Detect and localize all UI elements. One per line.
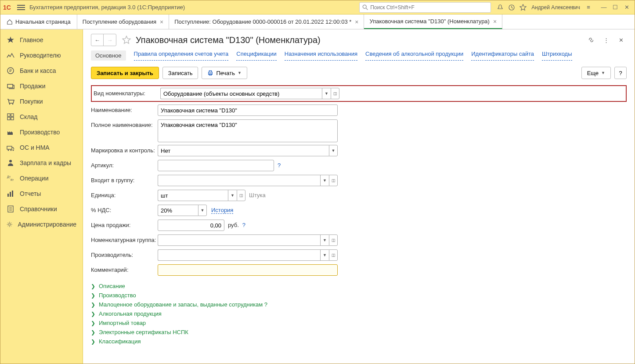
label-unit: Единица: (91, 190, 158, 198)
dropdown-icon[interactable]: ▼ (322, 88, 331, 99)
input-fullname[interactable]: Упаковочная система "D130" (158, 119, 338, 142)
user-name[interactable]: Андрей Алексеевич (531, 4, 580, 11)
maximize-button[interactable]: ☐ (610, 3, 621, 12)
back-button[interactable]: ← (91, 34, 104, 46)
chevron-right-icon: ❯ (91, 292, 95, 299)
link-icon[interactable] (585, 34, 597, 46)
open-icon[interactable]: ◫ (331, 88, 339, 99)
expand-alcohol[interactable]: ❯Алкогольная продукция (91, 310, 627, 317)
titlebar: 1C Бухгалтерия предприятия, редакция 3.0… (0, 0, 635, 14)
input-marking[interactable] (158, 145, 329, 156)
dropdown-icon[interactable]: ▼ (198, 205, 207, 216)
input-article[interactable] (158, 160, 274, 171)
more-button[interactable]: Еще▼ (581, 67, 611, 79)
menu-icon[interactable] (17, 5, 25, 10)
input-price[interactable] (158, 220, 224, 231)
sidebar-item-manager[interactable]: Руководителю (0, 47, 83, 63)
sidebar-item-bank[interactable]: ₽Банк и касса (0, 63, 83, 78)
dropdown-icon[interactable]: ▼ (320, 234, 329, 246)
chevron-right-icon: ❯ (91, 283, 95, 289)
history-icon[interactable] (507, 3, 516, 12)
svg-rect-10 (7, 117, 10, 120)
search-box[interactable] (359, 2, 491, 13)
svg-point-0 (363, 5, 367, 8)
sidebar-item-catalogs[interactable]: Справочники (0, 201, 83, 216)
dropdown-icon[interactable]: ▼ (320, 249, 329, 261)
subnav-main[interactable]: Основное (91, 50, 126, 61)
expand-low-value[interactable]: ❯Малоценное оборудование и запасы, выдан… (91, 301, 627, 308)
expand-description[interactable]: ❯Описание (91, 283, 627, 289)
sidebar-item-purchases[interactable]: Покупки (0, 94, 83, 109)
close-icon[interactable]: × (160, 18, 163, 25)
subnav-usage[interactable]: Назначения использования (285, 50, 357, 61)
svg-line-1 (366, 8, 368, 10)
chevron-right-icon: ❯ (91, 329, 95, 335)
print-button[interactable]: Печать▼ (202, 67, 247, 79)
save-close-button[interactable]: Записать и закрыть (91, 67, 159, 79)
sidebar-item-sales[interactable]: Продажи (0, 78, 83, 94)
sidebar-item-assets[interactable]: ОС и НМА (0, 140, 83, 155)
sidebar-item-warehouse[interactable]: Склад (0, 109, 83, 124)
subnav-specs[interactable]: Спецификации (236, 50, 277, 61)
minimize-button[interactable]: — (599, 3, 609, 12)
home-tab[interactable]: Начальная страница (0, 14, 77, 29)
close-button[interactable]: ✕ (621, 3, 632, 12)
subnav-alcohol[interactable]: Сведения об алкогольной продукции (365, 50, 463, 61)
document-tab[interactable]: Поступление оборудования × (77, 14, 169, 29)
expand-production[interactable]: ❯Производство (91, 292, 627, 299)
form-row-manufacturer: Производитель: ▼ ◫ (91, 249, 627, 262)
help-button[interactable]: ? (614, 67, 627, 79)
svg-point-15 (13, 149, 14, 151)
input-nomgroup[interactable] (158, 234, 320, 246)
close-icon[interactable]: × (493, 18, 497, 25)
search-input[interactable] (370, 4, 488, 11)
svg-text:Кт: Кт (11, 178, 14, 181)
expand-nspk[interactable]: ❯Электронные сертификаты НСПК (91, 329, 627, 335)
document-tab[interactable]: Поступление: Оборудование 0000-000016 от… (169, 14, 364, 29)
sidebar-item-operations[interactable]: ДтКтОперации (0, 170, 83, 186)
open-icon[interactable]: ◫ (329, 249, 338, 261)
dropdown-icon[interactable]: ▼ (329, 145, 338, 156)
sidebar-item-hr[interactable]: Зарплата и кадры (0, 155, 83, 170)
forward-button[interactable]: → (104, 34, 116, 46)
vat-history-link[interactable]: История (211, 207, 233, 214)
more-icon[interactable]: ⋮ (600, 34, 612, 46)
favorite-button[interactable] (121, 34, 132, 46)
save-button[interactable]: Записать (162, 67, 198, 79)
subnav-barcodes[interactable]: Штрихкоды (542, 50, 572, 61)
input-comment[interactable] (158, 264, 338, 276)
help-icon[interactable]: ? (278, 160, 281, 169)
help-icon[interactable]: ? (264, 299, 267, 308)
chevron-right-icon: ❯ (91, 320, 95, 326)
close-icon[interactable]: × (355, 18, 358, 25)
subnav-site-ids[interactable]: Идентификаторы сайта (471, 50, 534, 61)
dropdown-icon[interactable]: ▼ (228, 190, 237, 201)
subnav-accounts[interactable]: Правила определения счетов учета (134, 50, 229, 61)
expand-classification[interactable]: ❯Классификация (91, 338, 627, 345)
document-tab-active[interactable]: Упаковочная система "D130" (Номенклатура… (364, 14, 502, 29)
open-icon[interactable]: ◫ (329, 234, 338, 246)
bell-icon[interactable] (495, 3, 505, 12)
input-group[interactable] (158, 175, 320, 186)
sidebar-item-main[interactable]: Главное (0, 32, 83, 47)
input-type[interactable] (160, 88, 322, 99)
star-icon[interactable] (518, 3, 528, 12)
label-type: Вид номенклатуры: (94, 88, 160, 97)
input-unit[interactable] (158, 190, 228, 201)
sidebar-item-admin[interactable]: Администрирование (0, 216, 83, 232)
help-icon[interactable]: ? (242, 220, 245, 228)
close-content-button[interactable]: ✕ (615, 34, 627, 46)
sidebar-item-reports[interactable]: Отчеты (0, 186, 83, 201)
input-manufacturer[interactable] (158, 249, 320, 261)
open-icon[interactable]: ◫ (237, 190, 245, 201)
open-icon[interactable]: ◫ (329, 175, 338, 186)
svg-rect-5 (7, 84, 13, 88)
expand-import[interactable]: ❯Импортный товар (91, 320, 627, 326)
sidebar-item-production[interactable]: Производство (0, 124, 83, 140)
svg-rect-20 (10, 192, 11, 197)
input-name[interactable] (158, 105, 338, 116)
dropdown-icon[interactable]: ▼ (320, 175, 329, 186)
input-vat[interactable] (158, 205, 198, 216)
form-row-price: Цена продажи: руб. ? (91, 220, 627, 232)
settings-icon[interactable]: ≡ (584, 3, 593, 12)
